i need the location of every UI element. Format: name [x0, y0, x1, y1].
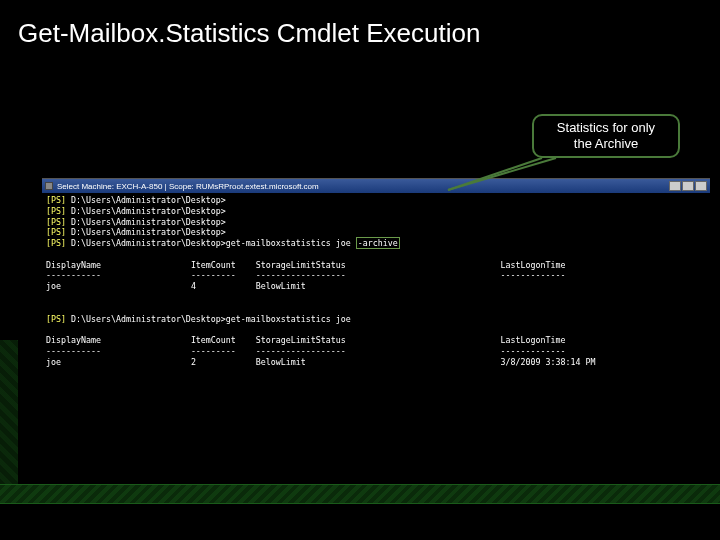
col-lastlogon: LastLogonTime	[501, 260, 566, 270]
footer-stripe	[0, 484, 720, 504]
path3: D:\Users\Administrator\Desktop>	[71, 217, 226, 227]
r1-status: BelowLimit	[256, 281, 306, 291]
ps-prompt: [PS]	[46, 217, 66, 227]
window-titlebar: Select Machine: EXCH-A-850 | Scope: RUMs…	[42, 179, 710, 193]
slide-title: Get-Mailbox.Statistics Cmdlet Execution	[0, 0, 720, 49]
path5: D:\Users\Administrator\Desktop>	[71, 238, 226, 248]
terminal-window: Select Machine: EXCH-A-850 | Scope: RUMs…	[42, 178, 710, 374]
r1-name: joe	[46, 281, 61, 291]
ps-prompt: [PS]	[46, 314, 66, 324]
path6: D:\Users\Administrator\Desktop>	[71, 314, 226, 324]
col-itemcount2: ItemCount	[191, 335, 236, 345]
cmd2: get-mailboxstatistics joe	[226, 314, 351, 324]
callout-pointer	[444, 156, 564, 196]
r2-name: joe	[46, 357, 61, 367]
col-storagelimit2: StorageLimitStatus	[256, 335, 346, 345]
dash3: ------------------	[256, 270, 346, 280]
ps-prompt: [PS]	[46, 238, 66, 248]
dash2: ---------	[191, 270, 236, 280]
col-displayname2: DisplayName	[46, 335, 101, 345]
archive-arg-highlight: -archive	[356, 237, 400, 249]
r1-items: 4	[191, 281, 196, 291]
window-title-text: Select Machine: EXCH-A-850 | Scope: RUMs…	[57, 182, 319, 191]
cmd1: get-mailboxstatistics joe	[226, 238, 356, 248]
r2-status: BelowLimit	[256, 357, 306, 367]
ps-prompt: [PS]	[46, 227, 66, 237]
r2-items: 2	[191, 357, 196, 367]
dash8: -------------	[501, 346, 566, 356]
col-displayname: DisplayName	[46, 260, 101, 270]
app-icon	[45, 182, 53, 190]
callout-box: Statistics for only the Archive	[532, 114, 680, 158]
path4: D:\Users\Administrator\Desktop>	[71, 227, 226, 237]
maximize-button[interactable]	[682, 181, 694, 191]
callout-line1: Statistics for only	[534, 120, 678, 136]
left-stripe-decor	[0, 340, 18, 500]
path2: D:\Users\Administrator\Desktop>	[71, 206, 226, 216]
dash4: -------------	[501, 270, 566, 280]
col-storagelimit: StorageLimitStatus	[256, 260, 346, 270]
close-button[interactable]	[695, 181, 707, 191]
terminal-body[interactable]: [PS] D:\Users\Administrator\Desktop> [PS…	[42, 193, 710, 374]
dash5: -----------	[46, 346, 101, 356]
dash7: ------------------	[256, 346, 346, 356]
col-lastlogon2: LastLogonTime	[501, 335, 566, 345]
dash1: -----------	[46, 270, 101, 280]
dash6: ---------	[191, 346, 236, 356]
svg-line-1	[448, 158, 556, 190]
path1: D:\Users\Administrator\Desktop>	[71, 195, 226, 205]
col-itemcount: ItemCount	[191, 260, 236, 270]
ps-prompt: [PS]	[46, 206, 66, 216]
minimize-button[interactable]	[669, 181, 681, 191]
ps-prompt: [PS]	[46, 195, 66, 205]
r2-logon: 3/8/2009 3:38:14 PM	[501, 357, 596, 367]
callout-line2: the Archive	[534, 136, 678, 152]
